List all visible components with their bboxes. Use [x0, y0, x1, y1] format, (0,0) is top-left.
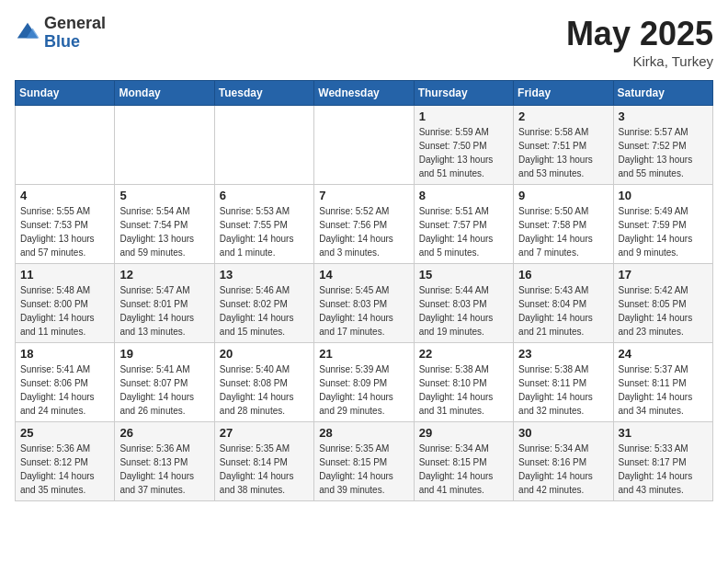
day-info: Sunrise: 5:58 AM Sunset: 7:51 PM Dayligh…: [518, 125, 608, 180]
day-number: 25: [20, 426, 109, 440]
page-header: General Blue May 2025 Kirka, Turkey: [15, 15, 713, 69]
calendar-cell: 20Sunrise: 5:40 AM Sunset: 8:08 PM Dayli…: [214, 343, 313, 422]
day-info: Sunrise: 5:44 AM Sunset: 8:03 PM Dayligh…: [419, 283, 508, 339]
day-number: 20: [220, 347, 309, 361]
calendar-cell: 25Sunrise: 5:36 AM Sunset: 8:12 PM Dayli…: [16, 422, 115, 501]
day-number: 7: [319, 189, 408, 202]
calendar-cell: 13Sunrise: 5:46 AM Sunset: 8:02 PM Dayli…: [214, 264, 313, 343]
day-info: Sunrise: 5:55 AM Sunset: 7:53 PM Dayligh…: [20, 204, 109, 259]
day-info: Sunrise: 5:41 AM Sunset: 8:06 PM Dayligh…: [20, 362, 109, 418]
calendar-cell: [314, 106, 414, 185]
logo-general-text: General: [44, 15, 106, 33]
calendar-cell: 8Sunrise: 5:51 AM Sunset: 7:57 PM Daylig…: [414, 185, 513, 264]
day-info: Sunrise: 5:36 AM Sunset: 8:12 PM Dayligh…: [20, 442, 109, 497]
calendar-cell: 16Sunrise: 5:43 AM Sunset: 8:04 PM Dayli…: [514, 264, 613, 343]
day-number: 18: [20, 347, 109, 361]
calendar-cell: 11Sunrise: 5:48 AM Sunset: 8:00 PM Dayli…: [16, 264, 115, 343]
calendar-cell: 4Sunrise: 5:55 AM Sunset: 7:53 PM Daylig…: [16, 185, 115, 264]
calendar-cell: 5Sunrise: 5:54 AM Sunset: 7:54 PM Daylig…: [115, 185, 214, 264]
day-info: Sunrise: 5:42 AM Sunset: 8:05 PM Dayligh…: [619, 283, 708, 339]
day-info: Sunrise: 5:38 AM Sunset: 8:11 PM Dayligh…: [518, 362, 608, 418]
logo: General Blue: [15, 15, 106, 52]
day-number: 30: [518, 426, 608, 440]
day-number: 9: [518, 189, 608, 202]
day-number: 27: [220, 426, 309, 440]
day-number: 24: [619, 347, 708, 361]
calendar-cell: 14Sunrise: 5:45 AM Sunset: 8:03 PM Dayli…: [314, 264, 414, 343]
day-info: Sunrise: 5:50 AM Sunset: 7:58 PM Dayligh…: [518, 204, 608, 259]
calendar-cell: 26Sunrise: 5:36 AM Sunset: 8:13 PM Dayli…: [115, 422, 214, 501]
weekday-header-thursday: Thursday: [414, 81, 513, 106]
day-number: 29: [419, 426, 508, 440]
calendar-cell: [115, 106, 214, 185]
calendar-cell: 17Sunrise: 5:42 AM Sunset: 8:05 PM Dayli…: [613, 264, 712, 343]
day-number: 10: [619, 189, 708, 202]
calendar-week-4: 18Sunrise: 5:41 AM Sunset: 8:06 PM Dayli…: [16, 343, 713, 422]
day-number: 12: [119, 268, 209, 282]
day-info: Sunrise: 5:48 AM Sunset: 8:00 PM Dayligh…: [20, 283, 109, 339]
calendar-cell: 3Sunrise: 5:57 AM Sunset: 7:52 PM Daylig…: [613, 106, 712, 185]
calendar-cell: 2Sunrise: 5:58 AM Sunset: 7:51 PM Daylig…: [514, 106, 613, 185]
calendar-week-2: 4Sunrise: 5:55 AM Sunset: 7:53 PM Daylig…: [16, 185, 713, 264]
day-number: 3: [619, 109, 708, 123]
day-info: Sunrise: 5:43 AM Sunset: 8:04 PM Dayligh…: [518, 283, 608, 339]
day-number: 19: [119, 347, 209, 361]
day-info: Sunrise: 5:59 AM Sunset: 7:50 PM Dayligh…: [419, 125, 508, 180]
logo-icon: [15, 20, 40, 46]
day-info: Sunrise: 5:33 AM Sunset: 8:17 PM Dayligh…: [619, 442, 708, 497]
day-info: Sunrise: 5:35 AM Sunset: 8:15 PM Dayligh…: [319, 442, 408, 497]
day-number: 8: [419, 189, 508, 202]
day-number: 1: [419, 109, 508, 123]
day-number: 14: [319, 268, 408, 282]
day-info: Sunrise: 5:46 AM Sunset: 8:02 PM Dayligh…: [220, 283, 309, 339]
day-number: 6: [220, 189, 309, 202]
day-info: Sunrise: 5:34 AM Sunset: 8:16 PM Dayligh…: [518, 442, 608, 497]
calendar-week-1: 1Sunrise: 5:59 AM Sunset: 7:50 PM Daylig…: [16, 106, 713, 185]
day-number: 11: [20, 268, 109, 282]
day-info: Sunrise: 5:53 AM Sunset: 7:55 PM Dayligh…: [220, 204, 309, 259]
day-info: Sunrise: 5:39 AM Sunset: 8:09 PM Dayligh…: [319, 362, 408, 418]
calendar-cell: 30Sunrise: 5:34 AM Sunset: 8:16 PM Dayli…: [514, 422, 613, 501]
calendar-cell: 1Sunrise: 5:59 AM Sunset: 7:50 PM Daylig…: [414, 106, 513, 185]
calendar-cell: 31Sunrise: 5:33 AM Sunset: 8:17 PM Dayli…: [613, 422, 712, 501]
day-number: 4: [20, 189, 109, 202]
day-info: Sunrise: 5:45 AM Sunset: 8:03 PM Dayligh…: [319, 283, 408, 339]
day-number: 21: [319, 347, 408, 361]
day-info: Sunrise: 5:37 AM Sunset: 8:11 PM Dayligh…: [619, 362, 708, 418]
day-info: Sunrise: 5:52 AM Sunset: 7:56 PM Dayligh…: [319, 204, 408, 259]
calendar-cell: 12Sunrise: 5:47 AM Sunset: 8:01 PM Dayli…: [115, 264, 214, 343]
day-info: Sunrise: 5:51 AM Sunset: 7:57 PM Dayligh…: [419, 204, 508, 259]
calendar-cell: 22Sunrise: 5:38 AM Sunset: 8:10 PM Dayli…: [414, 343, 513, 422]
calendar-cell: 6Sunrise: 5:53 AM Sunset: 7:55 PM Daylig…: [214, 185, 313, 264]
day-number: 31: [619, 426, 708, 440]
day-number: 26: [119, 426, 209, 440]
day-number: 13: [220, 268, 309, 282]
calendar-cell: 23Sunrise: 5:38 AM Sunset: 8:11 PM Dayli…: [514, 343, 613, 422]
calendar-cell: 10Sunrise: 5:49 AM Sunset: 7:59 PM Dayli…: [613, 185, 712, 264]
day-number: 15: [419, 268, 508, 282]
calendar-body: 1Sunrise: 5:59 AM Sunset: 7:50 PM Daylig…: [16, 106, 713, 501]
day-number: 5: [119, 189, 209, 202]
calendar-cell: 18Sunrise: 5:41 AM Sunset: 8:06 PM Dayli…: [16, 343, 115, 422]
weekday-header-friday: Friday: [514, 81, 613, 106]
weekday-header-tuesday: Tuesday: [214, 81, 313, 106]
calendar-title: May 2025: [566, 15, 713, 53]
logo-text: General Blue: [44, 15, 106, 52]
day-number: 17: [619, 268, 708, 282]
calendar-cell: [16, 106, 115, 185]
calendar-cell: 7Sunrise: 5:52 AM Sunset: 7:56 PM Daylig…: [314, 185, 414, 264]
weekday-header-monday: Monday: [115, 81, 214, 106]
calendar-cell: 19Sunrise: 5:41 AM Sunset: 8:07 PM Dayli…: [115, 343, 214, 422]
logo-blue-text: Blue: [44, 33, 106, 52]
weekday-row: SundayMondayTuesdayWednesdayThursdayFrid…: [16, 81, 713, 106]
calendar-location: Kirka, Turkey: [566, 53, 713, 69]
day-number: 16: [518, 268, 608, 282]
calendar-cell: 15Sunrise: 5:44 AM Sunset: 8:03 PM Dayli…: [414, 264, 513, 343]
weekday-header-wednesday: Wednesday: [314, 81, 414, 106]
day-number: 28: [319, 426, 408, 440]
day-number: 2: [518, 109, 608, 123]
calendar-cell: [214, 106, 313, 185]
calendar-cell: 27Sunrise: 5:35 AM Sunset: 8:14 PM Dayli…: [214, 422, 313, 501]
calendar-cell: 28Sunrise: 5:35 AM Sunset: 8:15 PM Dayli…: [314, 422, 414, 501]
day-info: Sunrise: 5:40 AM Sunset: 8:08 PM Dayligh…: [220, 362, 309, 418]
